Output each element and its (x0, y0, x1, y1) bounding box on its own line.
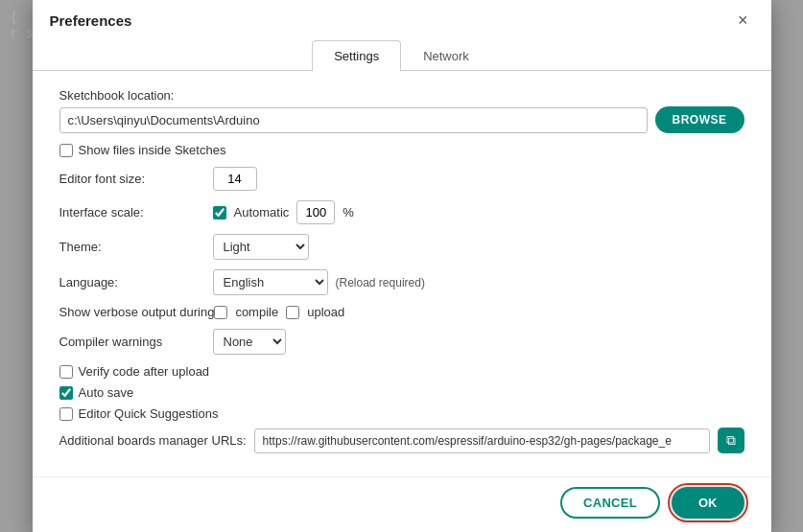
sketchbook-section: Sketchbook location: BROWSE (59, 88, 744, 133)
compile-checkbox[interactable] (214, 306, 227, 319)
compile-label: compile (235, 305, 278, 319)
verbose-label: Show verbose output during (59, 305, 215, 319)
tab-bar: Settings Network (33, 40, 771, 71)
dialog-footer: CANCEL OK (33, 476, 771, 532)
automatic-label: Automatic (234, 205, 290, 220)
interface-scale-controls: Automatic % (213, 200, 354, 224)
upload-label: upload (307, 305, 344, 319)
link-icon: ⧉ (726, 432, 736, 449)
additional-boards-link-button[interactable]: ⧉ (718, 428, 744, 453)
sketchbook-path-input[interactable] (59, 107, 648, 133)
editor-quick-checkbox[interactable] (59, 407, 73, 421)
close-button[interactable]: × (732, 10, 754, 31)
editor-font-size-input[interactable] (213, 167, 257, 191)
sketchbook-row: BROWSE (59, 106, 744, 133)
compiler-warnings-select[interactable]: None Default More All (213, 329, 286, 355)
cancel-button[interactable]: CANCEL (560, 487, 660, 519)
dialog-body: Sketchbook location: BROWSE Show files i… (33, 71, 771, 476)
verbose-controls: compile upload (214, 305, 344, 319)
editor-font-size-row: Editor font size: (59, 167, 744, 191)
theme-select[interactable]: Light Dark (213, 234, 309, 260)
percent-label: % (342, 205, 354, 220)
dialog-header: Preferences × (33, 0, 771, 31)
language-select[interactable]: English Deutsch Español Français (213, 269, 328, 295)
reload-note: (Reload required) (336, 276, 425, 289)
upload-checkbox[interactable] (286, 306, 299, 319)
additional-boards-row: Additional boards manager URLs: ⧉ (59, 428, 744, 453)
compiler-warnings-label: Compiler warnings (59, 335, 213, 349)
interface-scale-label: Interface scale: (59, 205, 213, 220)
show-files-checkbox[interactable] (59, 144, 73, 157)
editor-font-size-label: Editor font size: (59, 172, 213, 186)
dialog-title: Preferences (50, 12, 132, 29)
tab-settings[interactable]: Settings (312, 40, 401, 71)
tab-network[interactable]: Network (401, 40, 491, 71)
sketchbook-label: Sketchbook location: (59, 88, 744, 103)
auto-save-label: Auto save (79, 385, 134, 400)
browse-button[interactable]: BROWSE (655, 106, 744, 133)
auto-save-checkbox[interactable] (59, 386, 73, 400)
automatic-checkbox[interactable] (213, 206, 226, 220)
show-files-row: Show files inside Sketches (59, 143, 744, 157)
additional-boards-input[interactable] (254, 428, 710, 453)
verify-code-row: Verify code after upload (59, 364, 744, 379)
language-label: Language: (59, 275, 213, 289)
theme-label: Theme: (59, 240, 213, 254)
language-row: Language: English Deutsch Español França… (59, 269, 744, 295)
ok-button[interactable]: OK (672, 487, 744, 519)
verify-code-label: Verify code after upload (79, 364, 210, 379)
verbose-row: Show verbose output during compile uploa… (59, 305, 744, 319)
preferences-dialog: Preferences × Settings Network Sketchboo… (33, 0, 771, 532)
auto-save-row: Auto save (59, 385, 744, 400)
show-files-label: Show files inside Sketches (79, 143, 226, 157)
theme-row: Theme: Light Dark (59, 234, 744, 260)
editor-quick-row: Editor Quick Suggestions (59, 406, 744, 421)
scale-value-input[interactable] (296, 200, 335, 224)
compiler-warnings-row: Compiler warnings None Default More All (59, 329, 744, 355)
editor-quick-label: Editor Quick Suggestions (79, 406, 219, 421)
interface-scale-row: Interface scale: Automatic % (59, 200, 744, 224)
additional-boards-label: Additional boards manager URLs: (59, 433, 247, 448)
verify-code-checkbox[interactable] (59, 365, 73, 379)
